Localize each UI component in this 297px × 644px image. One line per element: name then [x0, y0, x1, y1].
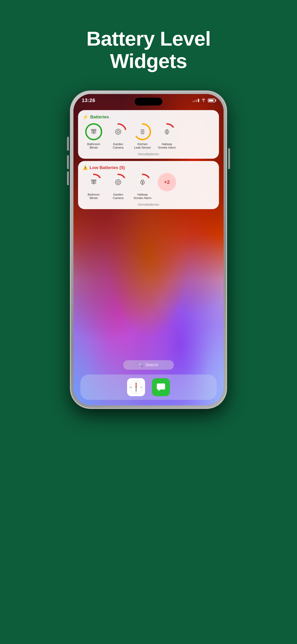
- device-circle-2: [109, 122, 127, 141]
- device-bedroom-blinds: BedroomBlinds: [83, 173, 105, 200]
- camera-icon-1: [115, 128, 121, 135]
- svg-text:S: S: [136, 390, 137, 392]
- bolt-icon: ⚡: [83, 114, 88, 120]
- device-label-1: BathroomBlinds: [87, 142, 100, 150]
- device-circle-6: [109, 173, 127, 192]
- device-garden-camera-2: GardenCamera: [107, 173, 129, 200]
- messages-app-icon[interactable]: [152, 378, 170, 396]
- widget1-footer: HomeBatteries: [83, 151, 214, 156]
- device-label-6: GardenCamera: [113, 193, 124, 200]
- svg-point-40: [142, 182, 143, 183]
- device-circle-8: +2: [158, 173, 176, 192]
- device-label-7: HallwaySmoke Alarm: [134, 193, 151, 200]
- device-hallway-alarm-2: HallwaySmoke Alarm: [132, 173, 154, 200]
- page-title: Battery Level Widgets: [86, 28, 211, 72]
- svg-text:E: E: [141, 386, 142, 388]
- signal-icon: [192, 99, 199, 102]
- widget1-header: ⚡ Batteries: [83, 114, 214, 120]
- status-time: 13:26: [82, 98, 95, 104]
- device-garden-camera-1: GardenCamera: [107, 122, 129, 150]
- safari-app-icon[interactable]: N S E W: [127, 378, 145, 396]
- wifi-icon: [201, 98, 206, 103]
- svg-point-10: [116, 130, 120, 133]
- svg-rect-21: [165, 130, 169, 133]
- widget2-title: Low Batteries (5): [90, 165, 125, 170]
- warning-icon: ⚠️: [83, 165, 88, 170]
- search-text: Search: [145, 362, 158, 367]
- device-kitchen-sensor: KitchenLeak Sensor: [132, 122, 154, 150]
- phone-screen: 13:26: [74, 94, 224, 406]
- search-magnifier-icon: 🔍: [138, 363, 143, 367]
- battery-icon: [208, 98, 215, 102]
- widget2-devices: BedroomBlinds: [83, 173, 214, 200]
- low-batteries-widget[interactable]: ⚠️ Low Batteries (5): [78, 161, 219, 209]
- batteries-widget[interactable]: ⚡ Batteries: [78, 110, 219, 159]
- widgets-area: ⚡ Batteries: [78, 110, 219, 212]
- device-circle-7: [133, 173, 152, 192]
- device-hallway-alarm-1: HallwaySmoke Alarm: [156, 122, 178, 150]
- svg-point-9: [117, 130, 119, 133]
- status-icons: [192, 98, 215, 103]
- svg-rect-2: [92, 129, 96, 130]
- blinds-icon-1: [90, 128, 97, 135]
- camera-icon-2: [115, 179, 121, 186]
- svg-point-22: [166, 131, 168, 132]
- dock: N S E W: [80, 374, 217, 400]
- device-plus-two: +2: [156, 173, 178, 200]
- svg-rect-39: [141, 181, 144, 184]
- device-label-4: HallwaySmoke Alarm: [158, 142, 176, 150]
- widget2-footer: HomeBatteries: [83, 202, 214, 206]
- widget1-title: Batteries: [90, 114, 109, 120]
- search-bar[interactable]: 🔍 Search: [123, 360, 174, 370]
- device-circle-3: [133, 122, 152, 141]
- alarm-icon-1: [164, 128, 170, 135]
- device-label-3: KitchenLeak Sensor: [134, 142, 151, 150]
- svg-text:N: N: [136, 383, 136, 384]
- device-label-8: [166, 193, 168, 196]
- device-circle-1: [84, 122, 103, 141]
- device-circle-4: [158, 122, 176, 141]
- device-bathroom-blinds: BathroomBlinds: [83, 122, 105, 150]
- phone-frame: 13:26: [70, 91, 227, 408]
- widget2-header: ⚠️ Low Batteries (5): [83, 165, 214, 170]
- phone-mockup: 13:26: [70, 91, 227, 408]
- svg-text:W: W: [130, 386, 132, 388]
- svg-rect-27: [92, 180, 96, 180]
- alarm-icon-2: [139, 179, 146, 186]
- svg-point-34: [117, 181, 119, 183]
- svg-point-35: [116, 180, 120, 184]
- plus-two-label: +2: [158, 173, 176, 192]
- dynamic-island: [135, 98, 162, 106]
- blinds-icon-2: [90, 179, 97, 186]
- device-label-5: BedroomBlinds: [88, 193, 100, 200]
- sensor-icon-1: [139, 128, 146, 135]
- device-label-2: GardenCamera: [113, 142, 124, 150]
- svg-point-55: [136, 387, 136, 388]
- widget1-devices: BathroomBlinds: [83, 122, 214, 150]
- device-circle-5: [84, 173, 103, 192]
